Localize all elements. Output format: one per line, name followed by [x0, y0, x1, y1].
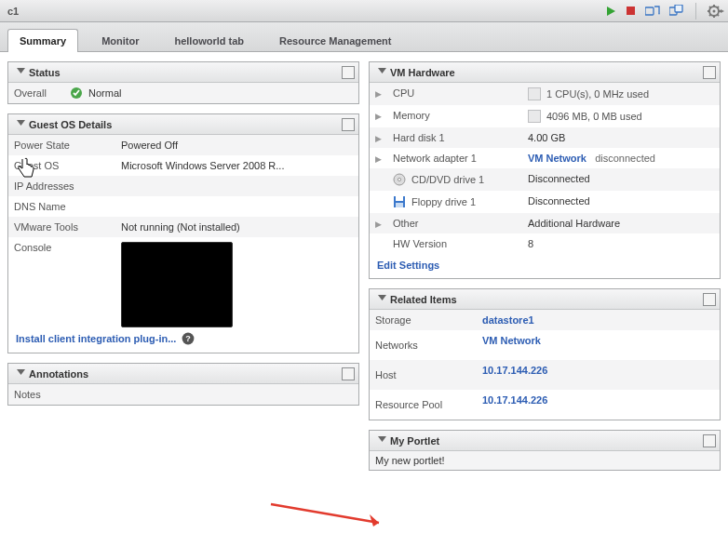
portlet-box-button[interactable]: [703, 293, 716, 306]
portlet-header: VM Hardware: [370, 62, 720, 83]
portlet-header: Guest OS Details: [8, 114, 358, 135]
cpu-thumb-icon: [528, 87, 541, 100]
expand-icon[interactable]: ▶: [375, 220, 382, 229]
collapse-icon[interactable]: [16, 369, 25, 379]
portlet-related-items: Related Items Storage datastore1 Network…: [369, 288, 721, 420]
guest-power-value: Powered Off: [115, 135, 358, 155]
status-overall-label: Overall: [14, 87, 70, 99]
status-row: Overall Normal: [8, 83, 358, 103]
svg-point-7: [713, 9, 716, 12]
collapse-icon[interactable]: [377, 436, 386, 446]
rel-host-label: Host: [370, 360, 477, 390]
svg-marker-0: [607, 7, 615, 16]
guest-power-label: Power State: [8, 135, 115, 155]
status-overall-value: Normal: [88, 87, 121, 99]
portlet-vm-hardware: VM Hardware ▶ CPU 1 CPU(s), 0 MHz used ▶…: [369, 61, 721, 279]
stop-icon[interactable]: [626, 6, 636, 16]
expand-icon[interactable]: ▶: [375, 89, 382, 99]
svg-rect-2: [645, 7, 654, 15]
svg-marker-15: [378, 68, 386, 73]
portlet-box-button[interactable]: [342, 367, 355, 380]
help-icon[interactable]: ?: [182, 332, 195, 345]
rel-rp-link[interactable]: 10.17.144.226: [482, 394, 547, 406]
guest-tools-label: VMware Tools: [8, 217, 115, 237]
portlet-box-button[interactable]: [342, 118, 355, 131]
tab-helloworld[interactable]: helloworld tab: [162, 29, 256, 52]
hw-net-label: Network adapter 1: [387, 148, 522, 168]
guest-ip-value: [115, 176, 358, 196]
rel-networks-label: Networks: [370, 330, 477, 360]
svg-marker-11: [17, 120, 25, 126]
hw-net-extra: disconnected: [595, 153, 655, 164]
hw-hwv-value: 8: [522, 233, 720, 254]
my-portlet-text: My new portlet!: [370, 451, 720, 470]
gear-icon[interactable]: [708, 5, 724, 18]
rel-storage-link[interactable]: datastore1: [482, 314, 534, 326]
hw-fd-label: Floppy drive 1: [411, 196, 476, 207]
notes-label: Notes: [8, 384, 55, 405]
collapse-icon[interactable]: [16, 68, 25, 77]
hw-cpu-label: CPU: [387, 83, 522, 105]
floppy-icon: [393, 195, 406, 208]
rel-storage-label: Storage: [370, 310, 477, 330]
svg-marker-21: [378, 295, 386, 300]
rel-networks-link[interactable]: VM Network: [482, 335, 541, 346]
portlet-guest-os: Guest OS Details Power State Powered Off…: [7, 113, 359, 353]
svg-rect-20: [396, 203, 403, 207]
collapse-icon[interactable]: [16, 120, 25, 129]
expand-icon[interactable]: ▶: [375, 112, 382, 121]
hw-cd-label: CD/DVD drive 1: [411, 174, 484, 185]
window-title: c1: [7, 6, 605, 17]
guest-tools-value: Not running (Not installed): [115, 217, 358, 237]
portlet-box-button[interactable]: [342, 66, 355, 79]
collapse-icon[interactable]: [377, 295, 386, 304]
svg-marker-24: [370, 514, 379, 527]
expand-icon[interactable]: ▶: [375, 154, 382, 164]
tab-resource-management[interactable]: Resource Management: [267, 29, 403, 52]
right-column: VM Hardware ▶ CPU 1 CPU(s), 0 MHz used ▶…: [369, 61, 721, 471]
portlet-header: My Portlet: [370, 431, 720, 451]
install-plugin-link[interactable]: Install client integration plug-in...: [16, 333, 176, 344]
svg-marker-22: [378, 436, 386, 442]
tab-strip: Summary Monitor helloworld tab Resource …: [0, 22, 728, 52]
portlet-title: Annotations: [29, 368, 342, 380]
portlet-title: My Portlet: [390, 435, 703, 447]
cd-icon: [393, 173, 406, 186]
guest-dns-label: DNS Name: [8, 196, 115, 217]
hw-hwv-label: HW Version: [387, 233, 522, 254]
edit-settings-link[interactable]: Edit Settings: [377, 260, 439, 271]
notes-value[interactable]: [55, 384, 358, 405]
content-area: Status Overall Normal Guest OS Details: [0, 52, 728, 480]
hw-cpu-value: 1 CPU(s), 0 MHz used: [546, 88, 649, 100]
portlet-title: Related Items: [390, 294, 703, 305]
console-thumbnail[interactable]: [121, 242, 233, 327]
svg-rect-5: [675, 5, 682, 12]
hw-disk-label: Hard disk 1: [387, 127, 522, 148]
hw-disk-value: 4.00 GB: [522, 127, 720, 148]
svg-text:?: ?: [186, 334, 192, 343]
play-icon[interactable]: [605, 6, 616, 17]
guest-ip-label: IP Addresses: [8, 176, 115, 196]
annotation-arrow-icon: [269, 500, 399, 538]
hw-mem-label: Memory: [387, 105, 522, 127]
portlet-header: Related Items: [370, 289, 720, 310]
tab-summary[interactable]: Summary: [7, 29, 78, 52]
related-table: Storage datastore1 Networks VM Network H…: [370, 310, 720, 420]
collapse-icon[interactable]: [377, 68, 386, 77]
portlet-box-button[interactable]: [703, 66, 716, 79]
left-column: Status Overall Normal Guest OS Details: [7, 61, 359, 471]
rel-host-link[interactable]: 10.17.144.226: [482, 365, 547, 376]
tab-monitor[interactable]: Monitor: [89, 29, 151, 52]
clone-icon[interactable]: [669, 5, 684, 18]
hw-net-link[interactable]: VM Network: [528, 153, 586, 164]
memory-thumb-icon: [528, 110, 541, 123]
svg-rect-19: [396, 196, 403, 201]
portlet-box-button[interactable]: [703, 434, 716, 447]
hw-fd-value: Disconnected: [522, 191, 720, 213]
migrate-icon[interactable]: [645, 5, 660, 18]
hw-other-label: Other: [387, 213, 522, 233]
title-bar: c1: [0, 0, 728, 22]
guest-os-label: Guest OS: [8, 155, 115, 176]
expand-icon[interactable]: ▶: [375, 134, 382, 143]
toolbar-separator: [695, 3, 696, 20]
